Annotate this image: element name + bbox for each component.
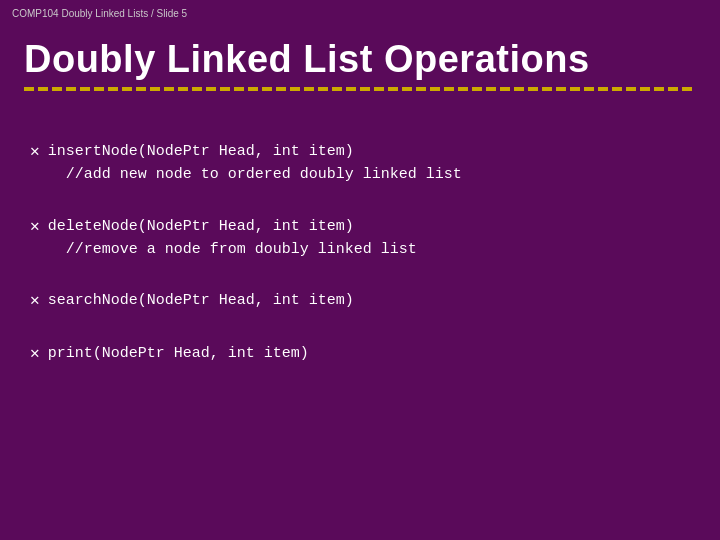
bullet-icon: ✕ (30, 342, 40, 367)
list-item: ✕ print(NodePtr Head, int item) (30, 342, 690, 367)
bullet-text: insertNode(NodePtr Head, int item) //add… (48, 140, 462, 187)
list-item: ✕ deleteNode(NodePtr Head, int item) //r… (30, 215, 690, 262)
title-area: Doubly Linked List Operations (0, 28, 720, 101)
bullet-text: print(NodePtr Head, int item) (48, 342, 309, 365)
slide-label: COMP104 Doubly Linked Lists / Slide 5 (12, 8, 187, 19)
bullet-text: deleteNode(NodePtr Head, int item) //rem… (48, 215, 417, 262)
bullet-icon: ✕ (30, 289, 40, 314)
list-item: ✕ searchNode(NodePtr Head, int item) (30, 289, 690, 314)
bullet-text: searchNode(NodePtr Head, int item) (48, 289, 354, 312)
title-divider (24, 87, 696, 91)
slide-container: COMP104 Doubly Linked Lists / Slide 5 Do… (0, 0, 720, 540)
list-item: ✕ insertNode(NodePtr Head, int item) //a… (30, 140, 690, 187)
bullet-icon: ✕ (30, 140, 40, 165)
bullet-icon: ✕ (30, 215, 40, 240)
content-area: ✕ insertNode(NodePtr Head, int item) //a… (0, 140, 720, 395)
slide-title: Doubly Linked List Operations (24, 38, 696, 81)
